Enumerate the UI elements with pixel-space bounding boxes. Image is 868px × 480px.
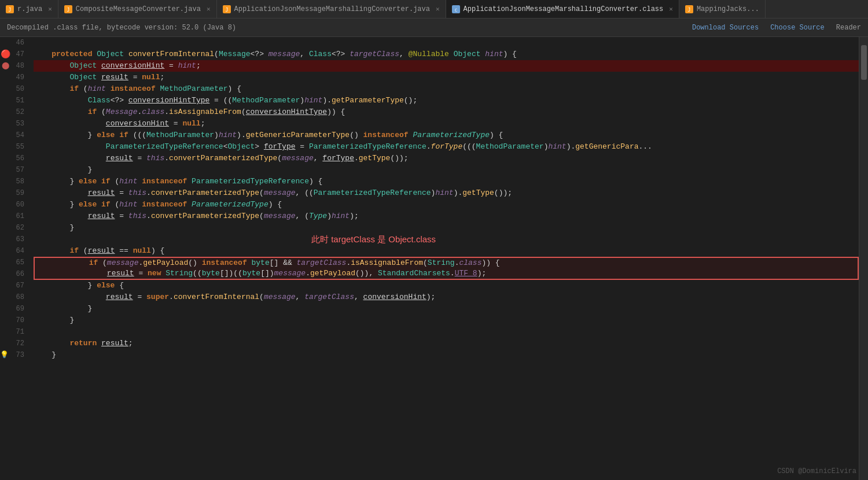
code-line-64: if ( result == null ) { bbox=[34, 245, 859, 257]
line-num-71: 71 bbox=[0, 326, 29, 338]
decompiled-info: Decompiled .class file, bytecode version… bbox=[7, 24, 236, 32]
line-num-46: 46 bbox=[0, 37, 29, 49]
line-num-48: ⬤ 48 bbox=[0, 60, 29, 72]
tab-label: ApplicationJsonMessageMarshallingConvert… bbox=[234, 5, 430, 13]
line-num-55: 55 bbox=[0, 141, 29, 153]
code-line-55: ParameterizedTypeReference < Object > fo… bbox=[34, 141, 859, 153]
cn-annotation: 此时 targetClass 是 Object.class bbox=[311, 234, 436, 245]
code-line-53: conversionHint = null ; bbox=[34, 118, 859, 130]
tab-close-icon[interactable]: ✕ bbox=[48, 5, 52, 13]
line-num-53: 53 bbox=[0, 118, 29, 130]
line-num-69: 69 bbox=[0, 303, 29, 315]
tab-composite[interactable]: J CompositeMessageConverter.java ✕ bbox=[58, 0, 217, 18]
code-line-73: } bbox=[34, 349, 859, 361]
scrollbar-thumb[interactable] bbox=[861, 45, 867, 80]
line-num-64: 64 bbox=[0, 245, 29, 257]
code-line-65: if ( message . getPayload () instanceof … bbox=[34, 257, 859, 268]
code-line-54: } else if ((( MethodParameter ) hint ). … bbox=[34, 130, 859, 141]
line-num-56: 56 bbox=[0, 153, 29, 164]
info-bar-actions: Download Sources Choose Source Reader bbox=[692, 24, 861, 32]
code-line-66: result = new String (( byte [])( ( byte … bbox=[34, 268, 859, 280]
java-file-icon: J bbox=[6, 5, 14, 13]
svg-text:J: J bbox=[225, 8, 228, 13]
tab-r-java[interactable]: J r.java ✕ bbox=[0, 0, 58, 18]
tab-appjson-java[interactable]: J ApplicationJsonMessageMarshallingConve… bbox=[217, 0, 446, 18]
line-num-51: 51 bbox=[0, 95, 29, 106]
code-line-47: protected Object convertFromInternal ( M… bbox=[34, 49, 859, 60]
line-num-63: 63 bbox=[0, 234, 29, 245]
code-line-61: result = this . convertParameterizedType… bbox=[34, 211, 859, 222]
line-num-54: 54 bbox=[0, 130, 29, 141]
line-num-73: 💡 73 bbox=[0, 349, 29, 361]
class-file-icon: C bbox=[452, 5, 460, 13]
code-line-69: } bbox=[34, 303, 859, 315]
svg-text:J: J bbox=[9, 8, 12, 13]
code-line-51: Class <?> conversionHintType = (( Method… bbox=[34, 95, 859, 106]
code-line-62: } bbox=[34, 222, 859, 234]
code-line-68: result = super . convertFromInternal ( m… bbox=[34, 291, 859, 303]
watermark: CSDN @DominicElvira bbox=[777, 467, 856, 475]
code-line-67: } else { bbox=[34, 280, 859, 291]
java-file-icon: J bbox=[223, 5, 231, 13]
tab-label: CompositeMessageConverter.java bbox=[76, 5, 201, 13]
breakpoint-icon-47[interactable]: 🔴 bbox=[1, 50, 9, 58]
line-num-60: 60 bbox=[0, 199, 29, 211]
code-line-70: } bbox=[34, 315, 859, 326]
line-num-68: 68 bbox=[0, 291, 29, 303]
tab-close-icon[interactable]: ✕ bbox=[207, 5, 211, 13]
code-line-48: Object conversionHint = hint ; bbox=[34, 60, 859, 72]
code-area: 46 🔴 47 ⬤ 48 49 50 51 52 53 54 55 56 57 … bbox=[0, 37, 868, 480]
code-line-57: } bbox=[34, 164, 859, 176]
tab-label: ApplicationJsonMessageMarshallingConvert… bbox=[464, 5, 664, 13]
svg-text:C: C bbox=[455, 8, 457, 13]
java-file-icon: J bbox=[685, 5, 693, 13]
code-line-58: } else if ( hint instanceof Parameterize… bbox=[34, 176, 859, 187]
code-line-52: if ( Message . class . isAssignableFrom … bbox=[34, 106, 859, 118]
reader-label: Reader bbox=[836, 24, 861, 32]
line-num-47: 🔴 47 bbox=[0, 49, 29, 60]
line-num-70: 70 bbox=[0, 315, 29, 326]
scrollbar-panel[interactable] bbox=[859, 37, 868, 480]
tab-label: r.java bbox=[17, 5, 42, 13]
tab-mapping-jackson[interactable]: J MappingJacks... bbox=[679, 0, 766, 18]
line-num-61: 61 bbox=[0, 211, 29, 222]
code-line-46 bbox=[34, 37, 859, 49]
line-num-50: 50 bbox=[0, 83, 29, 95]
warning-icon-73: 💡 bbox=[0, 351, 8, 359]
line-num-49: 49 bbox=[0, 72, 29, 83]
line-numbers: 46 🔴 47 ⬤ 48 49 50 51 52 53 54 55 56 57 … bbox=[0, 37, 29, 480]
line-num-66: 66 bbox=[0, 268, 29, 280]
choose-source-button[interactable]: Choose Source bbox=[770, 24, 825, 32]
info-bar: Decompiled .class file, bytecode version… bbox=[0, 19, 868, 37]
java-file-icon: J bbox=[64, 5, 72, 13]
code-line-56: result = this . convertParameterizedType… bbox=[34, 153, 859, 164]
line-num-62: 62 bbox=[0, 222, 29, 234]
code-line-49: Object result = null ; bbox=[34, 72, 859, 83]
line-num-59: 59 bbox=[0, 187, 29, 199]
line-num-58: 58 bbox=[0, 176, 29, 187]
tab-label: MappingJacks... bbox=[697, 5, 759, 13]
line-num-52: 52 bbox=[0, 106, 29, 118]
line-num-57: 57 bbox=[0, 164, 29, 176]
line-num-67: 67 bbox=[0, 280, 29, 291]
tab-appjson-class[interactable]: C ApplicationJsonMessageMarshallingConve… bbox=[446, 0, 679, 18]
code-line-63: 此时 targetClass 是 Object.class bbox=[34, 234, 859, 245]
code-content: protected Object convertFromInternal ( M… bbox=[29, 37, 859, 480]
breakpoint-icon-48[interactable]: ⬤ bbox=[1, 62, 9, 70]
svg-text:J: J bbox=[687, 8, 690, 13]
tab-close-icon[interactable]: ✕ bbox=[669, 5, 673, 13]
line-num-65: 65 bbox=[0, 257, 29, 268]
download-sources-button[interactable]: Download Sources bbox=[692, 24, 759, 32]
code-line-71 bbox=[34, 326, 859, 338]
line-num-72: 72 bbox=[0, 338, 29, 349]
svg-text:J: J bbox=[67, 8, 69, 13]
code-line-50: if ( hint instanceof MethodParameter ) { bbox=[34, 83, 859, 95]
tab-bar: J r.java ✕ J CompositeMessageConverter.j… bbox=[0, 0, 868, 19]
code-line-72: return result ; bbox=[34, 338, 859, 349]
code-line-60: } else if ( hint instanceof Parameterize… bbox=[34, 199, 859, 211]
tab-close-icon[interactable]: ✕ bbox=[436, 5, 440, 13]
code-line-59: result = this . convertParameterizedType… bbox=[34, 187, 859, 199]
